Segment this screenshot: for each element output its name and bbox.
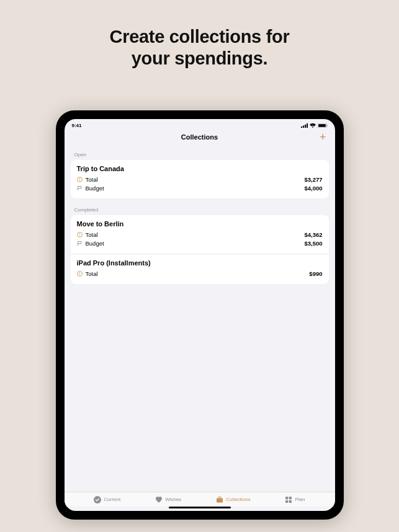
section-header-open: Open	[65, 147, 335, 160]
item-title: Move to Berlin	[77, 220, 323, 228]
detail-row: Total $3,277	[77, 175, 323, 184]
checkmark-circle-icon	[94, 496, 101, 503]
briefcase-icon	[216, 496, 223, 503]
marketing-line-2: your spendings.	[0, 48, 399, 69]
svg-rect-6	[326, 125, 327, 126]
svg-rect-18	[285, 497, 288, 499]
card-group-completed: Move to Berlin Total $4,362	[71, 215, 329, 284]
collection-item[interactable]: iPad Pro (Installments) Total $990	[71, 254, 329, 284]
detail-value: $4,000	[304, 185, 322, 192]
status-bar: 9:41	[65, 119, 335, 130]
total-icon	[77, 271, 83, 277]
budget-icon	[77, 241, 83, 246]
detail-value: $990	[309, 270, 322, 277]
detail-label-text: Total	[86, 176, 98, 183]
item-title: iPad Pro (Installments)	[77, 259, 323, 267]
detail-row: Budget $3,500	[77, 239, 323, 247]
tab-wishes[interactable]: Wishes	[155, 496, 181, 503]
svg-rect-20	[285, 500, 288, 502]
nav-header: Collections +	[65, 130, 335, 147]
section-header-completed: Completed	[65, 198, 335, 215]
collection-item[interactable]: Move to Berlin Total $4,362	[71, 215, 329, 254]
total-icon	[77, 177, 83, 182]
detail-label-text: Budget	[86, 240, 104, 247]
svg-rect-21	[289, 500, 292, 502]
svg-point-9	[79, 180, 79, 180]
budget-icon	[77, 185, 83, 191]
collection-item[interactable]: Trip to Canada Total $3,277	[71, 160, 329, 198]
tab-bar: Current Wishes Collections Plan	[65, 492, 335, 507]
svg-rect-8	[79, 178, 80, 180]
total-icon	[77, 232, 83, 237]
detail-label-text: Total	[86, 270, 98, 277]
tab-current[interactable]: Current	[94, 496, 120, 503]
detail-value: $4,362	[304, 231, 322, 238]
detail-row: Budget $4,000	[77, 184, 323, 192]
device-screen: 9:41 Collections +	[65, 119, 335, 511]
detail-value: $3,277	[304, 176, 322, 183]
tab-label: Plan	[295, 497, 305, 502]
battery-icon	[318, 123, 328, 128]
marketing-title: Create collections for your spendings.	[0, 0, 399, 69]
tab-collections[interactable]: Collections	[216, 496, 250, 503]
svg-point-12	[79, 235, 79, 236]
content-area: Open Trip to Canada Total $3,277	[65, 147, 335, 492]
svg-rect-14	[79, 272, 80, 274]
marketing-line-1: Create collections for	[0, 26, 399, 48]
svg-rect-1	[303, 126, 304, 128]
detail-row: Total $4,362	[77, 230, 323, 239]
heart-icon	[155, 496, 163, 503]
detail-row: Total $990	[77, 269, 323, 278]
svg-point-15	[79, 274, 79, 275]
detail-value: $3,500	[304, 240, 322, 247]
svg-rect-19	[289, 497, 292, 499]
svg-rect-0	[301, 126, 302, 128]
home-indicator[interactable]	[169, 507, 231, 509]
svg-rect-5	[318, 124, 326, 127]
svg-rect-3	[307, 123, 308, 128]
tab-plan[interactable]: Plan	[285, 496, 305, 503]
device-frame: 9:41 Collections +	[56, 110, 344, 520]
svg-rect-2	[305, 125, 306, 128]
item-title: Trip to Canada	[77, 165, 323, 172]
detail-label-text: Budget	[86, 185, 104, 192]
wifi-icon	[310, 123, 316, 128]
signal-icon	[301, 123, 308, 128]
grid-icon	[285, 496, 292, 503]
card-group-open: Trip to Canada Total $3,277	[71, 160, 329, 198]
add-button[interactable]: +	[320, 131, 326, 144]
tab-label: Wishes	[165, 497, 181, 502]
status-time: 9:41	[72, 123, 82, 128]
tab-label: Collections	[226, 497, 250, 502]
tab-label: Current	[104, 497, 120, 502]
svg-rect-17	[217, 498, 223, 502]
svg-rect-11	[79, 233, 80, 235]
detail-label-text: Total	[86, 231, 98, 238]
status-indicators	[301, 123, 328, 128]
nav-title: Collections	[72, 133, 328, 141]
